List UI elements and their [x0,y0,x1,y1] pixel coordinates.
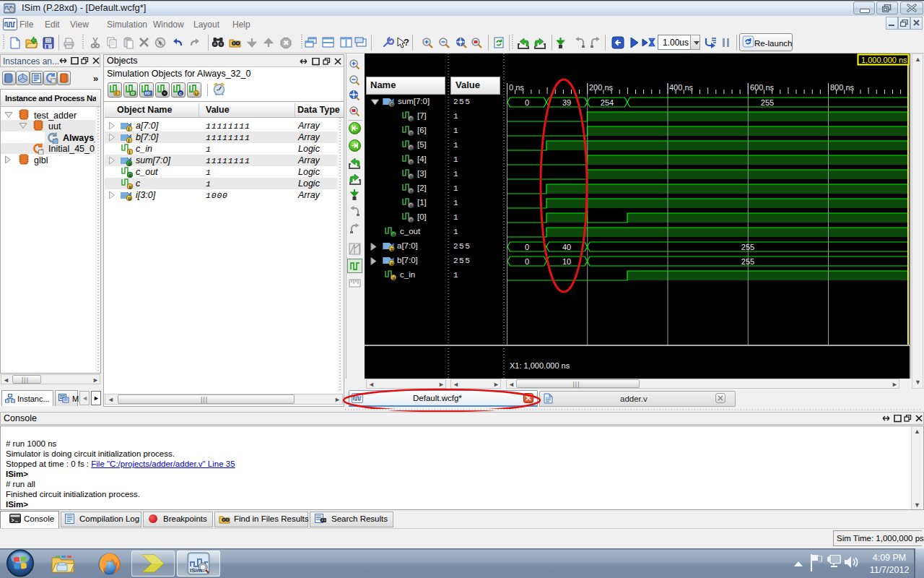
svg-text:o: o [410,145,413,150]
svg-text:o: o [410,189,413,194]
svg-text:u: u [129,184,132,189]
svg-text:39: 39 [562,98,571,107]
svg-text:255: 255 [761,98,774,107]
svg-text:u: u [393,275,396,280]
svg-text:u: u [391,261,393,266]
svg-text:0: 0 [525,98,529,107]
svg-text:800 ns: 800 ns [830,83,855,92]
svg-text:o: o [410,131,413,136]
svg-text:o: o [410,203,413,208]
svg-text:ISim: ISim [190,567,202,574]
svg-text:1,000.000 ns: 1,000.000 ns [861,56,907,64]
svg-text:I: I [128,138,130,143]
svg-text:255: 255 [741,243,754,251]
svg-text:o: o [410,217,413,223]
svg-text:400 ns: 400 ns [669,83,694,92]
svg-text:200 ns: 200 ns [589,83,614,92]
svg-text:40: 40 [562,243,571,251]
svg-text:o: o [410,116,413,121]
svg-text:C: C [179,92,183,96]
svg-text:o: o [410,174,413,179]
svg-text:o: o [410,160,413,165]
svg-text:I/O: I/O [145,91,151,95]
svg-text:0: 0 [525,243,529,251]
svg-text:255: 255 [741,257,754,266]
svg-text:0: 0 [525,257,529,266]
svg-text:254: 254 [601,98,614,107]
svg-text:I: I [129,150,131,155]
svg-text:u: u [391,246,393,251]
svg-text:0 ns: 0 ns [509,83,524,92]
svg-text:10: 10 [562,257,571,266]
svg-text:O: O [131,91,135,95]
svg-text:?: ? [404,37,409,48]
svg-text:o: o [391,102,393,107]
svg-text:o: o [393,232,396,237]
svg-text:600 ns: 600 ns [750,83,775,92]
svg-text:u: u [128,196,131,201]
svg-text:o: o [128,161,131,166]
svg-text:I: I [128,126,130,131]
svg-text:o: o [129,173,132,178]
svg-text:U: U [195,92,198,96]
